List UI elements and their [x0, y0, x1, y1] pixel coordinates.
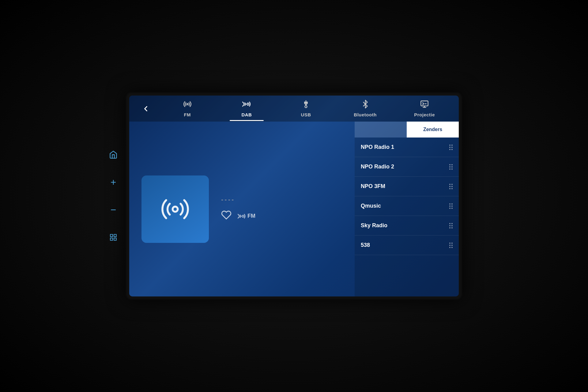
svg-point-6: [305, 106, 307, 108]
back-button[interactable]: [135, 104, 156, 113]
tab-presets[interactable]: [355, 122, 407, 138]
station-name: NPO Radio 2: [361, 164, 394, 170]
player-controls: FM: [221, 210, 255, 222]
station-item[interactable]: 538: [355, 236, 459, 255]
album-art: [141, 175, 209, 243]
projectie-icon: [420, 100, 429, 110]
tab-usb[interactable]: USB: [278, 97, 334, 120]
station-name: Qmusic: [361, 203, 381, 209]
station-tabs: Zenders: [355, 122, 459, 138]
bluetooth-icon: [361, 100, 370, 110]
station-drag-handle[interactable]: [449, 164, 453, 170]
station-item[interactable]: NPO Radio 1: [355, 138, 459, 157]
tab-bluetooth[interactable]: Bluetooth: [337, 97, 394, 120]
tab-projectie-label: Projectie: [414, 112, 435, 117]
station-item[interactable]: Qmusic: [355, 196, 459, 216]
volume-down-button[interactable]: −: [107, 204, 119, 216]
tab-bluetooth-label: Bluetooth: [354, 112, 376, 117]
station-drag-handle[interactable]: [449, 203, 453, 209]
volume-up-button[interactable]: +: [107, 176, 119, 188]
svg-rect-0: [110, 234, 113, 237]
tab-fm-label: FM: [184, 112, 191, 117]
main-screen: FM DAB: [129, 96, 459, 296]
side-controls: + −: [107, 149, 119, 243]
main-content: ----: [129, 122, 459, 296]
station-drag-handle[interactable]: [449, 223, 453, 228]
station-item[interactable]: NPO 3FM: [355, 177, 459, 196]
station-item[interactable]: NPO Radio 2: [355, 157, 459, 177]
tab-dab-label: DAB: [241, 112, 252, 117]
tab-zenders[interactable]: Zenders: [407, 122, 459, 138]
station-name: Sky Radio: [361, 222, 387, 229]
nav-bar: FM DAB: [129, 96, 459, 122]
favorite-button[interactable]: [221, 210, 232, 222]
usb-icon: [302, 100, 310, 110]
station-drag-handle[interactable]: [449, 184, 453, 189]
tab-projectie[interactable]: Projectie: [396, 97, 453, 120]
svg-point-4: [187, 104, 188, 105]
svg-rect-3: [110, 238, 113, 240]
tab-dab[interactable]: DAB: [219, 97, 275, 120]
car-frame: + −: [0, 0, 588, 392]
station-panel: Zenders NPO Radio 1NPO Radio 2NPO 3FMQmu…: [355, 122, 459, 296]
svg-point-5: [247, 103, 249, 105]
tab-zenders-label: Zenders: [423, 127, 442, 132]
station-name: 538: [361, 242, 370, 248]
player-info: ----: [221, 196, 255, 222]
station-name: NPO 3FM: [361, 183, 385, 190]
tab-fm[interactable]: FM: [159, 97, 216, 120]
svg-point-12: [242, 215, 244, 217]
svg-rect-1: [114, 234, 116, 237]
tab-usb-label: USB: [301, 112, 311, 117]
station-drag-handle[interactable]: [449, 145, 453, 150]
track-title: ----: [221, 196, 255, 204]
player-panel: ----: [129, 122, 355, 296]
svg-rect-7: [421, 101, 428, 106]
dab-icon: [242, 100, 251, 110]
svg-point-11: [173, 206, 178, 212]
svg-rect-2: [114, 238, 116, 240]
fm-icon: [183, 100, 192, 110]
station-drag-handle[interactable]: [449, 243, 453, 248]
station-item[interactable]: Sky Radio: [355, 216, 459, 236]
pages-button[interactable]: [107, 231, 119, 243]
signal-badge: FM: [238, 212, 255, 220]
station-list: NPO Radio 1NPO Radio 2NPO 3FMQmusicSky R…: [355, 138, 459, 296]
screen-bezel: + −: [126, 92, 462, 300]
source-label: FM: [247, 213, 255, 219]
home-button[interactable]: [107, 149, 119, 161]
station-name: NPO Radio 1: [361, 144, 394, 150]
